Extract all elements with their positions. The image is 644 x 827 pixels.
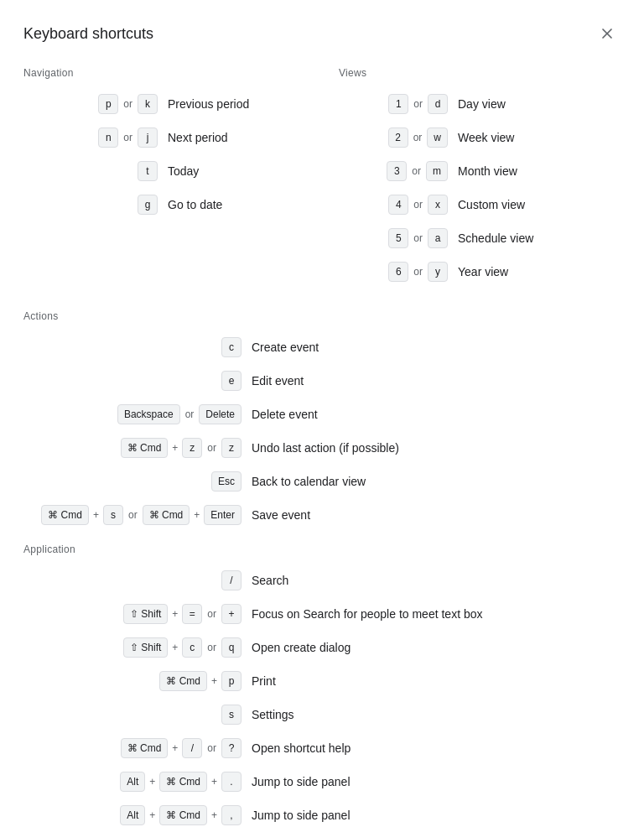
or-separator: or	[412, 232, 424, 244]
key-c2: c	[182, 637, 202, 658]
key-z1: z	[182, 438, 202, 458]
shortcut-create-event: c Create event	[23, 335, 621, 359]
key-cmd1: ⌘ Cmd	[41, 505, 89, 525]
shortcut-next-period: n or j Next period	[23, 126, 305, 149]
shortcut-focus-search: ⇧ Shift + = or + Focus on Search for peo…	[23, 602, 621, 626]
key-enter: Enter	[204, 505, 242, 525]
close-button[interactable]	[594, 20, 621, 47]
key-m: m	[426, 161, 448, 181]
desc-go-to-date: Go to date	[168, 198, 222, 211]
keys-year-view: 6 or y	[339, 262, 448, 282]
keys-print: ⌘ Cmd + p	[23, 671, 242, 691]
shortcut-back-calendar: Esc Back to calendar view	[23, 470, 621, 493]
keys-undo: ⌘ Cmd + z or z	[23, 438, 242, 458]
keys-create-dialog: ⇧ Shift + c or q	[23, 637, 242, 658]
views-title: Views	[339, 67, 621, 79]
key-1: 1	[388, 94, 408, 114]
key-d: d	[428, 94, 448, 114]
desc-week-view: Week view	[458, 131, 514, 144]
plus-separator: +	[171, 608, 179, 620]
key-s-settings: s	[221, 705, 242, 725]
key-g: g	[138, 195, 158, 215]
keys-delete-event: Backspace or Delete	[23, 404, 242, 424]
key-dot: .	[221, 772, 242, 792]
key-j: j	[138, 127, 158, 148]
or-separator: or	[410, 165, 423, 177]
desc-open-help: Open shortcut help	[252, 741, 351, 755]
plus-separator: +	[171, 642, 179, 653]
shortcut-jump-panel-1: Alt + ⌘ Cmd + . Jump to side panel	[23, 770, 621, 793]
key-a: a	[428, 228, 448, 248]
keys-focus-search: ⇧ Shift + = or +	[23, 604, 242, 624]
plus-separator: +	[210, 809, 218, 821]
views-section: Views 1 or d Day view 2 or w Week view	[322, 67, 621, 294]
key-3: 3	[387, 161, 407, 181]
keys-back-calendar: Esc	[23, 471, 242, 492]
shortcut-schedule-view: 5 or a Schedule view	[339, 226, 621, 250]
key-cmd2: ⌘ Cmd	[143, 505, 190, 525]
actions-title: Actions	[23, 310, 621, 322]
desc-print: Print	[252, 674, 276, 688]
or-separator: or	[184, 408, 196, 420]
desc-jump-panel-2: Jump to side panel	[252, 809, 351, 822]
key-5: 5	[388, 228, 408, 248]
shortcut-month-view: 3 or m Month view	[339, 159, 621, 183]
key-alt1: Alt	[120, 772, 145, 792]
plus-separator: +	[193, 509, 200, 521]
shortcut-delete-event: Backspace or Delete Delete event	[23, 403, 621, 426]
key-2: 2	[388, 127, 408, 148]
or-separator: or	[412, 132, 424, 143]
keys-jump-panel-1: Alt + ⌘ Cmd + .	[23, 772, 242, 792]
key-slash-help: /	[182, 738, 202, 758]
shortcut-custom-view: 4 or x Custom view	[339, 193, 621, 216]
keys-create-event: c	[23, 337, 242, 357]
desc-today: Today	[168, 164, 199, 178]
key-y: y	[428, 262, 448, 282]
key-cmd-symbol: ⌘ Cmd	[121, 438, 169, 458]
modal-header: Keyboard shortcuts	[23, 20, 621, 47]
plus-separator: +	[210, 776, 218, 788]
key-p: p	[221, 671, 242, 691]
shortcut-go-to-date: g Go to date	[23, 193, 305, 216]
desc-delete-event: Delete event	[252, 408, 318, 421]
shortcut-undo: ⌘ Cmd + z or z Undo last action (if poss…	[23, 436, 621, 460]
key-backspace: Backspace	[117, 404, 180, 424]
keys-jump-panel-2: Alt + ⌘ Cmd + ,	[23, 805, 242, 825]
shortcut-edit-event: e Edit event	[23, 369, 621, 393]
desc-save-event: Save event	[252, 508, 310, 522]
shortcut-open-help: ⌘ Cmd + / or ? Open shortcut help	[23, 736, 621, 760]
key-4: 4	[388, 195, 408, 215]
keys-schedule-view: 5 or a	[339, 228, 448, 248]
shortcut-week-view: 2 or w Week view	[339, 126, 621, 149]
desc-schedule-view: Schedule view	[458, 231, 533, 245]
key-comma: ,	[221, 805, 242, 825]
keys-day-view: 1 or d	[339, 94, 448, 114]
keys-open-help: ⌘ Cmd + / or ?	[23, 738, 242, 758]
or-separator: or	[205, 642, 218, 653]
actions-section: Actions c Create event e Edit event Back…	[23, 310, 621, 527]
key-z2: z	[221, 438, 242, 458]
plus-separator: +	[210, 675, 218, 687]
desc-create-dialog: Open create dialog	[252, 641, 351, 654]
key-6: 6	[388, 262, 408, 282]
desc-next-period: Next period	[168, 131, 228, 144]
application-section: Application / Search ⇧ Shift + = or + Fo…	[23, 544, 621, 827]
or-separator: or	[205, 608, 218, 620]
desc-year-view: Year view	[458, 265, 508, 278]
shortcut-print: ⌘ Cmd + p Print	[23, 669, 621, 693]
plus-separator: +	[148, 776, 156, 788]
or-separator: or	[127, 509, 139, 521]
or-separator: or	[122, 98, 134, 110]
desc-search: Search	[252, 574, 288, 587]
plus-separator: +	[92, 509, 100, 521]
plus-separator: +	[148, 809, 156, 821]
key-cmd-jp2: ⌘ Cmd	[159, 805, 207, 825]
key-cmd-help: ⌘ Cmd	[121, 738, 169, 758]
key-shift1: ⇧ Shift	[123, 604, 168, 624]
key-p: p	[98, 94, 118, 114]
plus-separator: +	[171, 442, 179, 454]
desc-day-view: Day view	[458, 97, 506, 111]
desc-focus-search: Focus on Search for people to meet text …	[252, 607, 483, 621]
keys-custom-view: 4 or x	[339, 195, 448, 215]
key-esc: Esc	[211, 471, 242, 492]
